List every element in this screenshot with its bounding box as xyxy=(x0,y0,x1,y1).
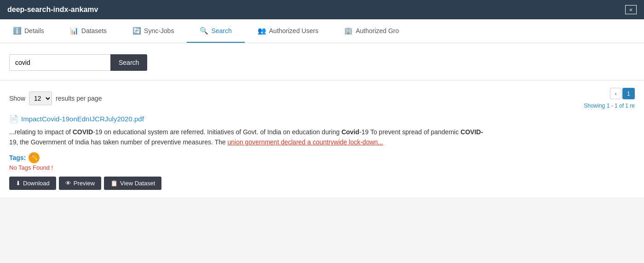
tab-authorized-groups[interactable]: 🏢 Authorized Gro xyxy=(331,19,412,43)
page-buttons: ‹ 1 xyxy=(610,88,635,99)
search-tab-icon: 🔍 xyxy=(200,27,208,35)
download-label: Download xyxy=(23,180,50,187)
results-per-page-label: results per page xyxy=(56,95,102,102)
tab-sync-jobs-label: Sync-Jobs xyxy=(144,27,174,34)
tabs-bar: ℹ️ Details 📊 Datasets 🔄 Sync-Jobs 🔍 Sear… xyxy=(0,19,644,43)
filename-text: ImpactCovid-19onEdnIJCRJuly2020.pdf xyxy=(21,115,144,123)
main-content: Search Show 12 24 48 96 results per page… xyxy=(0,43,644,197)
search-input[interactable] xyxy=(9,54,110,71)
search-row: Search xyxy=(9,54,635,71)
tags-label: Tags: xyxy=(9,154,26,161)
authorized-users-icon: 👥 xyxy=(258,27,266,35)
showing-text: Showing 1 - 1 of 1 re xyxy=(584,103,635,109)
download-button[interactable]: ⬇ Download xyxy=(9,177,56,190)
snippet-text-2: -19 on educational system are referred. … xyxy=(93,128,341,136)
tab-datasets-label: Datasets xyxy=(81,27,107,34)
tab-sync-jobs[interactable]: 🔄 Sync-Jobs xyxy=(120,19,187,43)
prev-page-button[interactable]: ‹ xyxy=(610,88,621,99)
tab-details[interactable]: ℹ️ Details xyxy=(0,19,57,43)
pagination: ‹ 1 Showing 1 - 1 of 1 re xyxy=(584,88,635,109)
snippet-bold-3: COVID- xyxy=(460,128,483,136)
datasets-icon: 📊 xyxy=(70,27,79,35)
view-dataset-button[interactable]: 📋 View Dataset xyxy=(104,177,161,190)
no-tags-text: No Tags Found ! xyxy=(9,164,635,171)
authorized-groups-icon: 🏢 xyxy=(344,27,353,35)
tab-authorized-groups-label: Authorized Gro xyxy=(356,27,399,34)
result-item: 📄 ImpactCovid-19onEdnIJCRJuly2020.pdf ..… xyxy=(9,114,635,190)
view-dataset-label: View Dataset xyxy=(120,180,155,187)
results-controls: Show 12 24 48 96 results per page ‹ 1 Sh… xyxy=(9,88,635,109)
tags-edit-button[interactable]: ✏️ xyxy=(29,152,40,163)
search-button[interactable]: Search xyxy=(110,54,147,71)
result-snippet: ...relating to impact of COVID-19 on edu… xyxy=(9,127,635,148)
snippet-text-3: -19 To prevent spread of pandemic xyxy=(359,128,460,136)
app-header: deep-search-indx-ankamv « xyxy=(0,0,644,19)
show-row: Show 12 24 48 96 results per page xyxy=(9,91,102,105)
snippet-text-4: 19, the Government of India has taken nu… xyxy=(9,138,227,146)
results-section: Show 12 24 48 96 results per page ‹ 1 Sh… xyxy=(0,80,644,197)
tab-details-label: Details xyxy=(24,27,44,34)
sync-icon: 🔄 xyxy=(132,27,141,35)
preview-button[interactable]: 👁 Preview xyxy=(59,177,101,190)
view-dataset-icon: 📋 xyxy=(110,180,118,187)
download-icon: ⬇ xyxy=(16,180,21,187)
per-page-select[interactable]: 12 24 48 96 xyxy=(29,91,52,105)
preview-label: Preview xyxy=(74,180,95,187)
tab-authorized-users-label: Authorized Users xyxy=(269,27,318,34)
result-filename-link[interactable]: 📄 ImpactCovid-19onEdnIJCRJuly2020.pdf xyxy=(9,114,635,123)
collapse-button[interactable]: « xyxy=(625,5,637,14)
show-label: Show xyxy=(9,95,25,102)
details-icon: ℹ️ xyxy=(13,27,22,35)
action-buttons: ⬇ Download 👁 Preview 📋 View Dataset xyxy=(9,177,635,190)
search-section: Search xyxy=(0,43,644,80)
snippet-link-text[interactable]: union government declared a countrywide … xyxy=(227,138,383,146)
snippet-bold-2: Covid xyxy=(341,128,359,136)
preview-icon: 👁 xyxy=(65,180,71,187)
tab-search[interactable]: 🔍 Search xyxy=(187,19,244,43)
file-icon: 📄 xyxy=(9,114,18,123)
tab-search-label: Search xyxy=(211,27,231,34)
tab-datasets[interactable]: 📊 Datasets xyxy=(57,19,120,43)
tab-authorized-users[interactable]: 👥 Authorized Users xyxy=(245,19,331,43)
snippet-text-1: ...relating to impact of xyxy=(9,128,73,136)
tags-row: Tags: ✏️ xyxy=(9,152,635,163)
page-1-button[interactable]: 1 xyxy=(622,88,635,99)
app-title: deep-search-indx-ankamv xyxy=(7,6,98,14)
snippet-bold-1: COVID xyxy=(73,128,93,136)
